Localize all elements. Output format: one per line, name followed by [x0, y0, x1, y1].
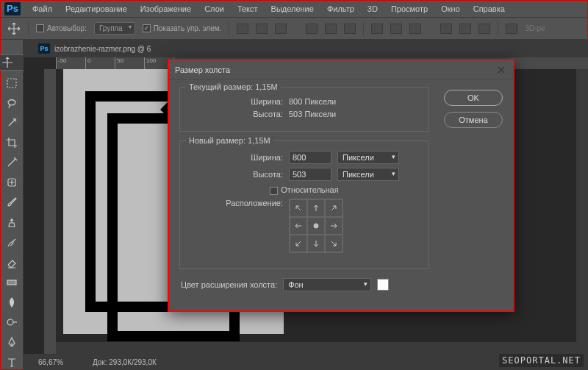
- align-icon[interactable]: [237, 24, 248, 34]
- anchor-nw[interactable]: [290, 199, 307, 217]
- anchor-e[interactable]: [325, 217, 343, 235]
- menu-layers[interactable]: Слои: [198, 1, 230, 16]
- width-unit-select[interactable]: Пиксели: [337, 151, 399, 164]
- zoom-level[interactable]: 66,67%: [38, 358, 63, 366]
- photoshop-logo: Ps: [4, 2, 21, 15]
- anchor-sw[interactable]: [290, 235, 307, 252]
- anchor-label: Расположение:: [187, 199, 283, 207]
- auto-select-dropdown[interactable]: Группа: [94, 22, 135, 35]
- width-label: Ширина:: [187, 97, 283, 106]
- watermark: SEOPORTAL.NET: [499, 354, 584, 367]
- close-icon[interactable]: [495, 64, 507, 76]
- blur-tool[interactable]: [4, 295, 20, 310]
- auto-select-checkbox[interactable]: Автовыбор:: [36, 24, 87, 33]
- svg-point-4: [314, 224, 318, 228]
- eyedropper-tool[interactable]: [4, 155, 20, 171]
- distribute-icon[interactable]: [371, 24, 383, 34]
- menu-edit[interactable]: Редактирование: [60, 1, 133, 16]
- distribute-icon[interactable]: [409, 24, 421, 34]
- cancel-button[interactable]: Отмена: [444, 112, 503, 128]
- clone-stamp-tool[interactable]: [4, 215, 20, 230]
- options-bar: Автовыбор: Группа Показать упр. элем. 3D…: [0, 18, 588, 40]
- align-icon[interactable]: [306, 24, 318, 34]
- new-height-input[interactable]: [289, 168, 331, 181]
- toolbox: [0, 40, 24, 370]
- history-brush-tool[interactable]: [4, 235, 20, 250]
- distribute-icon[interactable]: [478, 24, 490, 34]
- scrollbar-horizontal[interactable]: [56, 342, 576, 354]
- lasso-tool[interactable]: [4, 95, 20, 110]
- canvas-size-dialog: Размер холста Текущий размер: 1,15M Шири…: [168, 59, 514, 312]
- align-icon[interactable]: [256, 24, 268, 34]
- document-tab[interactable]: Ps izobrazhenie-razmer.png @ 6: [24, 40, 588, 57]
- scrollbar-vertical[interactable]: [576, 69, 588, 354]
- move-tool-icon: [7, 22, 21, 35]
- ps-doc-icon: Ps: [38, 43, 50, 54]
- extension-color-select[interactable]: Фон: [283, 278, 371, 291]
- document-tab-title: izobrazhenie-razmer.png @ 6: [54, 45, 151, 53]
- anchor-s[interactable]: [307, 235, 325, 252]
- show-transform-controls-checkbox[interactable]: Показать упр. элем.: [143, 24, 222, 33]
- current-width-value: 800 Пиксели: [289, 97, 336, 106]
- current-height-value: 503 Пиксели: [289, 110, 336, 118]
- menu-file[interactable]: Файл: [26, 1, 58, 16]
- opt-3d-label: 3D-ре: [525, 24, 545, 32]
- anchor-se[interactable]: [325, 235, 343, 252]
- extension-color-swatch[interactable]: [377, 279, 389, 291]
- align-icon[interactable]: [325, 24, 337, 34]
- menu-bar: Ps Файл Редактирование Изображение Слои …: [0, 0, 588, 18]
- healing-brush-tool[interactable]: [4, 175, 20, 191]
- anchor-w[interactable]: [290, 217, 307, 235]
- type-tool[interactable]: [4, 355, 20, 370]
- crop-tool[interactable]: [4, 135, 20, 150]
- menu-text[interactable]: Текст: [232, 1, 264, 16]
- pen-tool[interactable]: [4, 335, 20, 350]
- align-icon[interactable]: [275, 24, 287, 34]
- gradient-tool[interactable]: [4, 274, 20, 290]
- height-unit-select[interactable]: Пиксели: [337, 168, 399, 181]
- anchor-grid: [289, 199, 343, 253]
- brush-tool[interactable]: [4, 195, 20, 210]
- svg-rect-0: [7, 79, 16, 88]
- anchor-center[interactable]: [307, 217, 325, 235]
- svg-rect-2: [7, 280, 16, 285]
- menu-window[interactable]: Окно: [435, 1, 466, 16]
- svg-point-3: [7, 319, 13, 325]
- menu-view[interactable]: Просмотр: [385, 1, 434, 16]
- distribute-icon[interactable]: [459, 24, 471, 34]
- menu-filter[interactable]: Фильтр: [321, 1, 360, 16]
- ruler-vertical[interactable]: [44, 69, 56, 354]
- relative-checkbox[interactable]: Относительная: [270, 185, 338, 195]
- extension-color-label: Цвет расширения холста:: [181, 280, 277, 289]
- ok-button[interactable]: OK: [444, 90, 503, 106]
- new-width-input[interactable]: [289, 151, 331, 164]
- magic-wand-tool[interactable]: [4, 115, 20, 130]
- distribute-icon[interactable]: [390, 24, 402, 34]
- current-size-group: Текущий размер: 1,15M Ширина:800 Пиксели…: [179, 87, 429, 132]
- dialog-title: Размер холста: [175, 65, 230, 74]
- marquee-tool[interactable]: [4, 75, 20, 90]
- new-size-group: Новый размер: 1,15M Ширина: Пиксели Высо…: [179, 140, 429, 269]
- anchor-n[interactable]: [307, 199, 325, 217]
- eraser-tool[interactable]: [4, 255, 20, 270]
- menu-image[interactable]: Изображение: [135, 1, 197, 16]
- align-icon[interactable]: [344, 24, 356, 34]
- height-label: Высота:: [187, 110, 283, 118]
- anchor-ne[interactable]: [325, 199, 343, 217]
- distribute-icon[interactable]: [440, 24, 452, 34]
- menu-3d[interactable]: 3D: [362, 1, 384, 16]
- dodge-tool[interactable]: [4, 315, 20, 330]
- menu-help[interactable]: Справка: [467, 1, 511, 16]
- document-size[interactable]: Док: 293,0К/293,0К: [93, 358, 157, 366]
- menu-select[interactable]: Выделение: [265, 1, 320, 16]
- 3d-mode-icon[interactable]: [506, 24, 517, 34]
